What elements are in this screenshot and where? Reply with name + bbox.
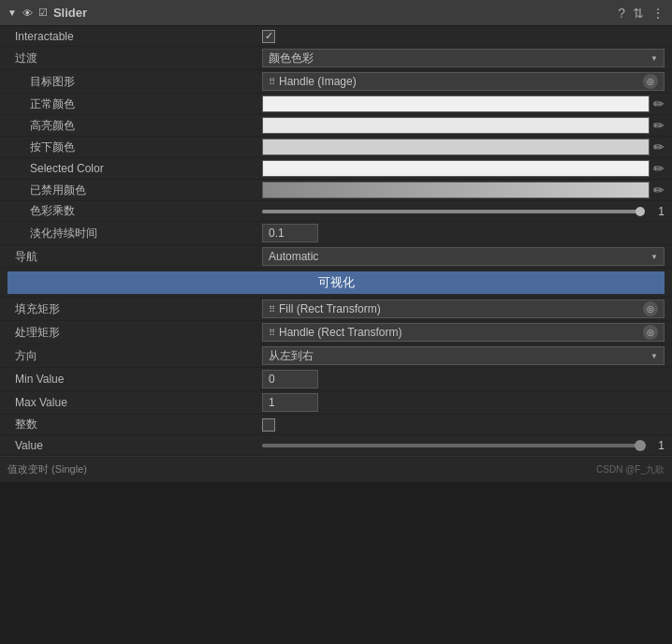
label-max-value: Max Value <box>0 396 262 409</box>
row-pressed-color: 按下颜色✏ <box>0 137 672 158</box>
object-field-fill-rect[interactable]: ⠿Fill (Rect Transform)◎ <box>262 300 665 318</box>
row-transition: 过渡颜色色彩▼ <box>0 47 672 70</box>
label-pressed-color: 按下颜色 <box>0 139 262 155</box>
enable-checkbox[interactable]: ☑ <box>38 7 48 19</box>
dropdown-transition[interactable]: 颜色色彩▼ <box>262 49 665 67</box>
grid-icon: ⠿ <box>269 77 275 87</box>
color-field-disabled-color: ✏ <box>262 182 665 198</box>
color-picker-icon[interactable]: ✏ <box>653 118 665 133</box>
value-value: 1 <box>262 439 672 452</box>
color-picker-icon[interactable]: ✏ <box>653 139 665 154</box>
label-highlight-color: 高亮颜色 <box>0 118 262 134</box>
dropdown-direction[interactable]: 从左到右▼ <box>262 346 665 365</box>
color-picker-icon[interactable]: ✏ <box>653 96 665 111</box>
object-field-target-graphic[interactable]: ⠿Handle (Image)◎ <box>262 72 665 91</box>
color-field-highlight-color: ✏ <box>262 117 665 134</box>
value-fade-duration: 0.1 <box>262 224 672 242</box>
value-slider-thumb[interactable] <box>635 440 646 451</box>
color-swatch-disabled-color[interactable] <box>262 182 650 198</box>
value-color-multiplier: 1 <box>262 205 672 218</box>
row-interactable: Interactable <box>0 26 672 47</box>
property-rows: Interactable过渡颜色色彩▼目标图形⠿Handle (Image)◎正… <box>0 26 672 456</box>
footer-event-label: 值改变时 (Single) <box>7 462 87 476</box>
header-actions: ? ⇅ ⋮ <box>618 6 665 21</box>
collapse-arrow[interactable]: ▼ <box>7 7 17 18</box>
slider-value-row-value: 1 <box>262 439 665 452</box>
value-slider-track[interactable] <box>262 444 640 447</box>
label-direction: 方向 <box>0 348 262 364</box>
dropdown-value-navigation: Automatic <box>269 250 318 263</box>
dropdown-value-direction: 从左到右 <box>269 348 314 364</box>
text-input-fade-duration[interactable]: 0.1 <box>262 224 318 242</box>
menu-icon[interactable]: ⋮ <box>651 6 665 21</box>
row-normal-color: 正常颜色✏ <box>0 94 672 115</box>
chevron-down-icon: ▼ <box>650 54 658 63</box>
slider-fill <box>262 210 640 213</box>
row-direction: 方向从左到右▼ <box>0 344 672 368</box>
value-interactable <box>262 30 672 43</box>
component-title: Slider <box>53 6 612 20</box>
value-highlight-color: ✏ <box>262 117 672 134</box>
object-select-button[interactable]: ◎ <box>643 301 658 316</box>
value-navigation: Automatic▼ <box>262 247 672 266</box>
slider-thumb[interactable] <box>635 207 645 216</box>
label-handle-rect: 处理矩形 <box>0 325 262 341</box>
row-visualize: 可视化 <box>0 269 672 298</box>
visualize-button[interactable]: 可视化 <box>7 271 665 294</box>
grid-icon: ⠿ <box>269 304 275 315</box>
color-swatch-selected-color[interactable] <box>262 160 650 177</box>
label-color-multiplier: 色彩乘数 <box>0 203 262 219</box>
checkbox-whole-numbers[interactable] <box>262 418 275 432</box>
color-field-pressed-color: ✏ <box>262 139 665 155</box>
label-transition: 过渡 <box>0 51 262 66</box>
row-color-multiplier: 色彩乘数1 <box>0 201 672 222</box>
object-select-button[interactable]: ◎ <box>643 74 658 89</box>
footer-credit: CSDN @F_九歌 <box>596 463 665 476</box>
checkbox-interactable[interactable] <box>262 30 275 43</box>
label-min-value: Min Value <box>0 373 262 386</box>
value-display: 1 <box>646 439 665 452</box>
chevron-down-icon: ▼ <box>650 352 658 360</box>
value-min-value: 0 <box>262 370 672 388</box>
text-input-max-value[interactable]: 1 <box>262 393 318 412</box>
label-navigation: 导航 <box>0 249 262 265</box>
color-picker-icon[interactable]: ✏ <box>653 161 665 176</box>
help-icon[interactable]: ? <box>618 6 625 21</box>
value-slider-fill <box>262 444 640 447</box>
value-fill-rect: ⠿Fill (Rect Transform)◎ <box>262 300 672 318</box>
visibility-icon[interactable]: 👁 <box>22 7 33 19</box>
row-disabled-color: 已禁用颜色✏ <box>0 180 672 201</box>
slider-track-color-multiplier[interactable] <box>262 210 640 213</box>
object-field-handle-rect[interactable]: ⠿Handle (Rect Transform)◎ <box>262 323 665 342</box>
inspector-panel: ▼ 👁 ☑ Slider ? ⇅ ⋮ Interactable过渡颜色色彩▼目标… <box>0 0 672 482</box>
value-handle-rect: ⠿Handle (Rect Transform)◎ <box>262 323 672 342</box>
preset-icon[interactable]: ⇅ <box>633 6 644 21</box>
chevron-down-icon: ▼ <box>650 253 658 261</box>
text-input-min-value[interactable]: 0 <box>262 370 318 388</box>
row-target-graphic: 目标图形⠿Handle (Image)◎ <box>0 70 672 94</box>
label-fill-rect: 填充矩形 <box>0 301 262 317</box>
slider-value-color-multiplier: 1 <box>646 205 665 218</box>
color-field-selected-color: ✏ <box>262 160 665 177</box>
row-value: Value1 <box>0 435 672 456</box>
slider-row-color-multiplier: 1 <box>262 205 665 218</box>
label-interactable: Interactable <box>0 30 262 43</box>
label-whole-numbers: 整数 <box>0 417 262 432</box>
row-handle-rect: 处理矩形⠿Handle (Rect Transform)◎ <box>0 321 672 344</box>
value-whole-numbers <box>262 418 672 432</box>
object-select-button[interactable]: ◎ <box>643 325 658 340</box>
color-swatch-normal-color[interactable] <box>262 95 650 112</box>
value-direction: 从左到右▼ <box>262 346 672 365</box>
color-swatch-pressed-color[interactable] <box>262 139 650 155</box>
label-normal-color: 正常颜色 <box>0 96 262 112</box>
row-max-value: Max Value1 <box>0 391 672 415</box>
value-max-value: 1 <box>262 393 672 412</box>
dropdown-navigation[interactable]: Automatic▼ <box>262 247 665 266</box>
color-picker-icon[interactable]: ✏ <box>653 183 665 198</box>
value-normal-color: ✏ <box>262 95 672 112</box>
value-pressed-color: ✏ <box>262 139 672 155</box>
row-whole-numbers: 整数 <box>0 415 672 435</box>
row-fade-duration: 淡化持续时间0.1 <box>0 222 672 245</box>
object-label-fill-rect: Fill (Rect Transform) <box>279 302 639 315</box>
color-swatch-highlight-color[interactable] <box>262 117 650 134</box>
